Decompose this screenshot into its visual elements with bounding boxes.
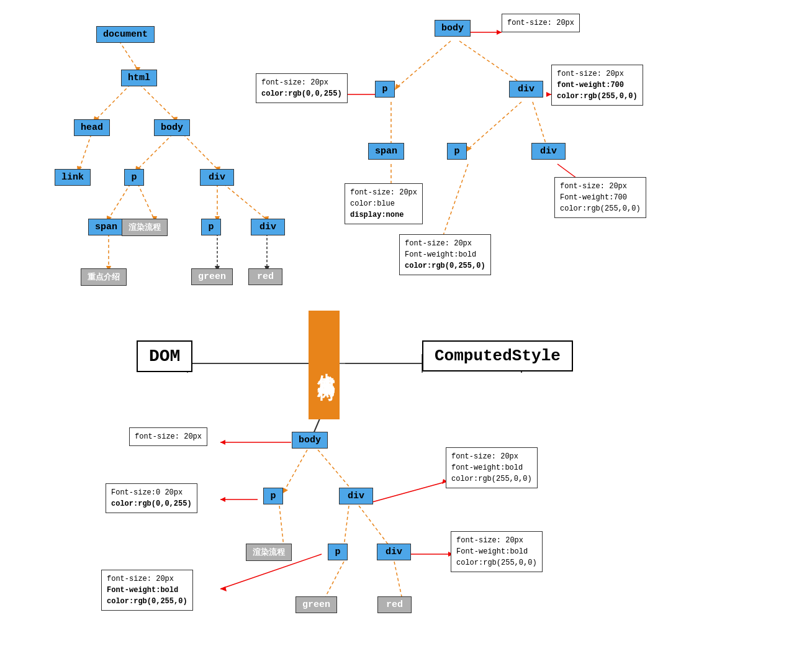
span-right-style-text: font-size: 20pxcolor:bluedisplay:none <box>350 188 417 219</box>
node-div-bottom: div <box>339 488 373 504</box>
svg-line-52 <box>318 450 353 491</box>
p-right2-style-text: font-size: 20pxFont-weight:boldcolor:rgb… <box>405 239 485 270</box>
svg-line-0 <box>119 41 138 70</box>
svg-marker-45 <box>546 92 551 97</box>
node-zhongdian: 重点介绍 <box>81 268 127 286</box>
div-right-style-box: font-size: 20pxfont-weight:700color:rgb(… <box>551 65 643 106</box>
p-bottom2-style-box: font-size: 20pxFont-weight:boldcolor:rgb… <box>101 570 193 611</box>
div-bottom-style-box: font-size: 20pxfont-weight:boldcolor:rgb… <box>446 447 538 488</box>
node-p-top: p <box>124 169 144 186</box>
node-span-left: span <box>88 219 124 235</box>
node-green-top: green <box>191 268 233 285</box>
shengcheng-label: 生成布局树 <box>309 311 340 419</box>
node-p-right: p <box>375 81 395 98</box>
node-p-bottom2: p <box>328 544 348 560</box>
div-bottom2-style-box: font-size: 20pxFont-weight:boldcolor:rgb… <box>451 531 543 572</box>
node-div-mid: div <box>251 219 285 235</box>
svg-line-26 <box>397 41 451 87</box>
svg-line-62 <box>394 562 402 599</box>
svg-line-54 <box>279 506 284 547</box>
node-div-right: div <box>509 81 543 98</box>
svg-marker-65 <box>220 440 225 445</box>
node-document: document <box>96 26 155 43</box>
node-body-bottom: body <box>292 432 328 449</box>
div-right2-style-text: font-size: 20pxFont-weight:700color:rgb(… <box>560 182 641 213</box>
p-right-style-text: font-size: 20pxcolor:rgb(0,0,255) <box>261 78 342 98</box>
node-div-right2: div <box>531 143 566 160</box>
body-right-style-box: font-size: 20px <box>502 14 580 32</box>
svg-line-56 <box>344 506 349 547</box>
node-body-top: body <box>154 119 190 136</box>
node-p-bottom: p <box>263 488 283 504</box>
svg-line-18 <box>223 184 266 219</box>
p-bottom-style-box: Font-size:0 20pxcolor:rgb(0,0,255) <box>106 483 197 513</box>
svg-line-10 <box>183 134 217 169</box>
node-green-bottom: green <box>295 596 337 613</box>
svg-line-34 <box>533 102 548 149</box>
svg-marker-41 <box>497 30 502 35</box>
svg-line-66 <box>372 481 447 502</box>
div-right-style-text: font-size: 20pxfont-weight:700color:rgb(… <box>557 70 638 101</box>
node-red-top: red <box>248 268 282 285</box>
svg-line-2 <box>96 84 130 119</box>
svg-marker-71 <box>220 586 227 591</box>
node-span-right: span <box>368 143 404 160</box>
svg-line-28 <box>459 41 526 87</box>
p-right-style-box: font-size: 20pxcolor:rgb(0,0,255) <box>256 73 348 103</box>
span-right-style-box: font-size: 20pxcolor:bluedisplay:none <box>345 183 423 224</box>
svg-line-6 <box>79 134 91 169</box>
svg-marker-27 <box>395 84 400 90</box>
svg-line-38 <box>441 164 468 242</box>
svg-line-4 <box>140 84 175 119</box>
computed-style-label: ComputedStyle <box>422 340 573 372</box>
svg-line-12 <box>109 184 130 219</box>
svg-line-32 <box>468 102 521 149</box>
node-body-right: body <box>435 20 471 37</box>
body-bottom-style-box: font-size: 20px <box>129 427 207 446</box>
body-right-style-text: font-size: 20px <box>507 19 574 27</box>
node-link: link <box>55 169 91 186</box>
svg-line-60 <box>324 562 344 599</box>
div-right2-style-box: font-size: 20pxFont-weight:700color:rgb(… <box>554 177 646 218</box>
node-zhufenliu: 渲染流程 <box>122 219 168 236</box>
p-right2-style-box: font-size: 20pxFont-weight:boldcolor:rgb… <box>399 234 491 275</box>
svg-marker-69 <box>220 497 225 502</box>
svg-line-14 <box>138 184 154 219</box>
svg-line-8 <box>138 134 173 169</box>
svg-line-50 <box>284 450 307 491</box>
node-p-mid: p <box>201 219 221 235</box>
svg-line-58 <box>359 506 390 547</box>
node-p-right2: p <box>447 143 467 160</box>
dom-label: DOM <box>137 340 192 372</box>
node-zhufenliu2: 渲染流程 <box>246 544 292 561</box>
node-div-bottom2: div <box>377 544 411 560</box>
node-red-bottom: red <box>377 596 412 613</box>
node-head: head <box>74 119 110 136</box>
node-div-top: div <box>200 169 234 186</box>
node-html: html <box>121 70 157 86</box>
